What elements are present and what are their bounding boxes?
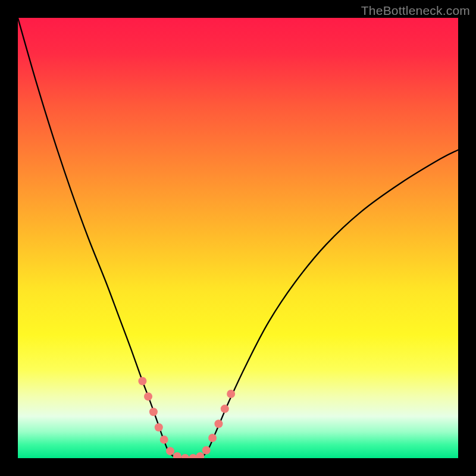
highlight-dot [144, 392, 152, 400]
watermark-text: TheBottleneck.com [361, 4, 470, 18]
chart-svg [18, 18, 458, 458]
highlight-dot [208, 434, 217, 442]
chart-frame: TheBottleneck.com [0, 0, 476, 476]
gradient-background [18, 18, 458, 458]
highlight-dot [166, 447, 174, 455]
highlight-dot [155, 423, 163, 431]
highlight-dot [214, 419, 223, 428]
highlight-dot [160, 436, 168, 444]
plot-area [18, 18, 458, 458]
highlight-dot [149, 408, 158, 416]
highlight-dot [221, 405, 229, 413]
highlight-dot [138, 377, 146, 386]
highlight-dot [227, 390, 235, 398]
highlight-dot [202, 446, 211, 455]
